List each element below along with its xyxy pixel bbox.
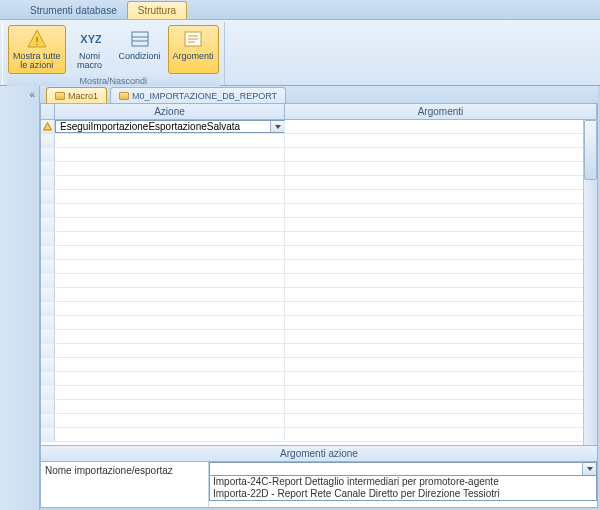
grid-row[interactable] xyxy=(41,386,597,400)
arguments-cell[interactable] xyxy=(285,274,597,287)
arguments-cell[interactable] xyxy=(285,190,597,203)
action-cell[interactable] xyxy=(55,162,285,175)
arguments-cell[interactable] xyxy=(285,386,597,399)
row-selector[interactable] xyxy=(41,372,55,385)
column-header-action[interactable]: Azione xyxy=(55,104,285,119)
action-cell[interactable] xyxy=(55,400,285,413)
vertical-scrollbar[interactable] xyxy=(583,120,597,445)
grid-row[interactable] xyxy=(41,190,597,204)
grid-row[interactable] xyxy=(41,316,597,330)
grid-row[interactable] xyxy=(41,288,597,302)
action-cell[interactable] xyxy=(55,246,285,259)
arguments-cell[interactable] xyxy=(285,134,597,147)
scrollbar-thumb[interactable] xyxy=(584,120,597,180)
dropdown-option[interactable]: Importa-24C-Report Dettaglio intermediar… xyxy=(210,476,596,488)
tab-structure[interactable]: Struttura xyxy=(127,1,187,19)
conditions-button[interactable]: Condizioni xyxy=(114,25,166,74)
arguments-cell[interactable] xyxy=(285,288,597,301)
row-selector[interactable] xyxy=(41,344,55,357)
grid-row[interactable] xyxy=(41,372,597,386)
grid-row[interactable] xyxy=(41,260,597,274)
doc-tab-macro1[interactable]: Macro1 xyxy=(46,87,107,103)
row-selector[interactable] xyxy=(41,288,55,301)
action-cell[interactable] xyxy=(55,372,285,385)
arguments-cell[interactable] xyxy=(285,232,597,245)
arguments-cell[interactable] xyxy=(285,120,597,133)
action-cell[interactable] xyxy=(55,218,285,231)
row-selector[interactable] xyxy=(41,120,55,133)
grid-row[interactable] xyxy=(41,134,597,148)
grid-row[interactable] xyxy=(41,428,597,442)
row-selector[interactable] xyxy=(41,330,55,343)
row-selector[interactable] xyxy=(41,358,55,371)
row-selector[interactable] xyxy=(41,246,55,259)
grid-row[interactable] xyxy=(41,204,597,218)
arguments-cell[interactable] xyxy=(285,344,597,357)
grid-row[interactable] xyxy=(41,344,597,358)
action-cell[interactable] xyxy=(55,344,285,357)
row-selector[interactable] xyxy=(41,162,55,175)
nav-pane-collapsed[interactable]: « xyxy=(0,86,40,510)
row-selector[interactable] xyxy=(41,134,55,147)
macro-names-button[interactable]: XYZ Nomi macro xyxy=(68,25,112,74)
row-selector[interactable] xyxy=(41,260,55,273)
row-selector[interactable] xyxy=(41,204,55,217)
tab-database-tools[interactable]: Strumenti database xyxy=(20,2,127,19)
show-all-actions-button[interactable]: ! Mostra tutte le azioni xyxy=(8,25,66,74)
grid-row[interactable] xyxy=(41,148,597,162)
arguments-cell[interactable] xyxy=(285,246,597,259)
arguments-cell[interactable] xyxy=(285,162,597,175)
arguments-button[interactable]: Argomenti xyxy=(168,25,219,74)
grid-row[interactable] xyxy=(41,414,597,428)
dropdown-option[interactable]: Importa-22D - Report Rete Canale Diretto… xyxy=(210,488,596,500)
arguments-cell[interactable] xyxy=(285,148,597,161)
row-selector[interactable] xyxy=(41,218,55,231)
action-cell[interactable] xyxy=(55,176,285,189)
grid-row[interactable] xyxy=(41,232,597,246)
row-selector[interactable] xyxy=(41,274,55,287)
grid-row[interactable] xyxy=(41,176,597,190)
action-cell[interactable] xyxy=(55,316,285,329)
row-selector[interactable] xyxy=(41,428,55,441)
action-cell[interactable] xyxy=(55,288,285,301)
row-selector[interactable] xyxy=(41,232,55,245)
arguments-cell[interactable] xyxy=(285,372,597,385)
action-cell[interactable]: EseguiImportazioneEsportazioneSalvata xyxy=(55,120,285,133)
arguments-cell[interactable] xyxy=(285,414,597,427)
action-cell[interactable] xyxy=(55,414,285,427)
grid-row[interactable] xyxy=(41,274,597,288)
grid-row[interactable]: EseguiImportazioneEsportazioneSalvata xyxy=(41,120,597,134)
action-dropdown-button[interactable] xyxy=(270,121,284,133)
arguments-cell[interactable] xyxy=(285,204,597,217)
arguments-cell[interactable] xyxy=(285,218,597,231)
import-export-name-combo[interactable] xyxy=(209,462,597,476)
arguments-cell[interactable] xyxy=(285,302,597,315)
row-selector[interactable] xyxy=(41,190,55,203)
arguments-cell[interactable] xyxy=(285,358,597,371)
row-selector[interactable] xyxy=(41,316,55,329)
action-cell[interactable] xyxy=(55,148,285,161)
action-cell[interactable] xyxy=(55,232,285,245)
action-cell[interactable] xyxy=(55,330,285,343)
grid-row[interactable] xyxy=(41,218,597,232)
arguments-cell[interactable] xyxy=(285,428,597,441)
grid-row[interactable] xyxy=(41,302,597,316)
grid-body[interactable]: EseguiImportazioneEsportazioneSalvata //… xyxy=(41,120,597,445)
doc-tab-import-report[interactable]: M0_IMPORTAZIONE_DB_REPORT xyxy=(110,87,286,103)
arguments-cell[interactable] xyxy=(285,400,597,413)
action-cell[interactable] xyxy=(55,260,285,273)
combo-dropdown-button[interactable] xyxy=(582,463,596,475)
arguments-cell[interactable] xyxy=(285,316,597,329)
grid-row[interactable] xyxy=(41,400,597,414)
row-selector[interactable] xyxy=(41,386,55,399)
action-cell[interactable] xyxy=(55,358,285,371)
action-cell[interactable] xyxy=(55,428,285,441)
grid-row[interactable] xyxy=(41,358,597,372)
action-cell[interactable] xyxy=(55,274,285,287)
action-cell[interactable] xyxy=(55,302,285,315)
row-selector[interactable] xyxy=(41,302,55,315)
action-cell[interactable] xyxy=(55,190,285,203)
row-selector[interactable] xyxy=(41,414,55,427)
action-cell[interactable] xyxy=(55,386,285,399)
column-header-arguments[interactable]: Argomenti xyxy=(285,104,597,119)
